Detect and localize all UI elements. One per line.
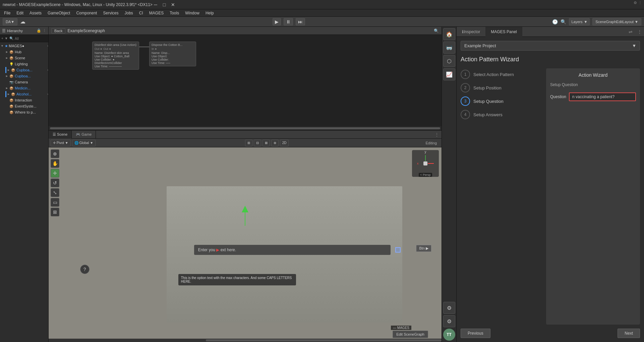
scene-grid-btn[interactable]: ⊟ xyxy=(254,140,261,146)
menu-ci[interactable]: CI xyxy=(136,10,146,16)
menu-assets[interactable]: Assets xyxy=(27,10,44,16)
viewport-scrollbar[interactable] xyxy=(49,339,442,342)
cloud-icon[interactable]: ☁ xyxy=(20,18,25,25)
eg-more-icon[interactable]: ⋮ xyxy=(638,1,642,5)
menu-mages[interactable]: MAGES xyxy=(147,10,166,16)
home-tool-btn[interactable]: 🏠 xyxy=(443,28,455,40)
persp-label[interactable]: < Persp xyxy=(419,173,432,177)
hierarchy-lock-icon[interactable]: 🔒 xyxy=(37,28,41,33)
question-input[interactable] xyxy=(569,92,636,101)
hierarchy-more-icon[interactable]: ⋮ xyxy=(43,28,46,33)
tree-item-lighting[interactable]: ► 💡 Lighting xyxy=(0,61,48,67)
tree-item-alcohol[interactable]: ► 📦 Alcohol... › xyxy=(0,91,48,97)
code-settings-btn[interactable]: ⚙ xyxy=(443,302,455,314)
transform-tool-btn[interactable]: ⊞ xyxy=(51,208,59,216)
rotate-tool-btn[interactable]: ↺ xyxy=(51,179,59,187)
step-button[interactable]: ⏭ xyxy=(296,18,305,25)
close-button[interactable]: ✕ xyxy=(170,2,176,8)
wizard-step-3[interactable]: 3 Setup Question xyxy=(461,96,541,106)
analytics-tool-btn[interactable]: 📈 xyxy=(443,68,455,80)
menu-gameobject[interactable]: GameObject xyxy=(45,10,73,16)
tree-item-cupboard2[interactable]: ► 📦 Cupboa... xyxy=(0,73,48,79)
right-tools-sidebar: 🏠 🥽 ⬡ 📈 ⚙ ⚙ TT xyxy=(442,27,456,342)
menu-file[interactable]: File xyxy=(1,10,13,16)
hand-tool-btn[interactable]: ✋ xyxy=(51,159,59,168)
tree-item-hub[interactable]: ► 📦 Hub xyxy=(0,49,48,55)
scale-tool-btn[interactable]: ⤡ xyxy=(51,188,59,197)
hub-icon: 📦 xyxy=(9,50,14,54)
whereto-icon: 📦 xyxy=(9,111,14,114)
wizard-step-1[interactable]: 1 Select Action Pattern xyxy=(461,70,541,79)
tab-scene[interactable]: ☰ Scene xyxy=(49,131,72,139)
da-dropdown[interactable]: DA ▼ xyxy=(3,18,17,25)
project-dropdown[interactable]: Example Project ▼ xyxy=(461,41,640,51)
layers-dropdown[interactable]: Layers ▼ xyxy=(569,18,590,25)
sg-connector xyxy=(139,47,149,47)
maximize-button[interactable]: □ xyxy=(161,2,167,8)
menu-edit[interactable]: Edit xyxy=(14,10,26,16)
tree-item-mages[interactable]: ▼ ★ MAGES● › xyxy=(0,43,48,49)
tree-item-scene[interactable]: ► 📦 Scene xyxy=(0,55,48,61)
scene-gizmo-btn[interactable]: ⊛ xyxy=(271,140,279,146)
menu-services[interactable]: Services xyxy=(100,10,121,16)
scene-tabs-bar: ☰ Scene 🎮 Game ⋮ xyxy=(49,131,442,139)
play-button[interactable]: ▶ xyxy=(273,18,281,25)
vr-tool-btn[interactable]: 🥽 xyxy=(443,42,455,54)
layout-dropdown[interactable]: SceneGraphEditLayout ▼ xyxy=(592,18,641,25)
sg-scrollbar[interactable] xyxy=(49,126,442,130)
avatar-btn[interactable]: TT xyxy=(443,329,455,341)
question-mark-button[interactable]: ? xyxy=(80,265,90,274)
medicine-icon: 📦 xyxy=(9,86,14,90)
minimize-button[interactable]: ─ xyxy=(153,2,159,8)
scene-snap-btn[interactable]: ⊠ xyxy=(262,140,270,146)
tab-game[interactable]: 🎮 Game xyxy=(72,131,96,139)
example-scenegraph: Back ExampleScenegraph 🔍 ⚙ ⋮ Disinfect s… xyxy=(49,27,442,131)
previous-button[interactable]: Previous xyxy=(461,329,490,338)
editing-label: Editing xyxy=(290,141,440,145)
menu-window[interactable]: Window xyxy=(182,10,202,16)
expand-icon[interactable]: ⇌ xyxy=(626,29,635,35)
tree-item-medicine[interactable]: ► 📦 Medicin... xyxy=(0,85,48,91)
cupboard2-icon: 📦 xyxy=(9,74,14,78)
settings-btn[interactable]: ⚙ xyxy=(443,315,455,327)
search-icon[interactable]: 🔍 xyxy=(561,19,566,24)
tree-item-eventsystem[interactable]: ► 📦 EventSyste... xyxy=(0,103,48,109)
inspector-tab[interactable]: ℹ Inspector xyxy=(457,27,485,37)
panel-more-icon[interactable]: ⋮ xyxy=(635,29,644,35)
scene-more-icon[interactable]: ⋮ xyxy=(432,132,442,137)
eventsystem-icon: 📦 xyxy=(9,105,14,108)
next-arrow-btn[interactable]: Btn ▶ xyxy=(416,245,431,252)
back-button[interactable]: Back xyxy=(51,28,65,33)
menu-help[interactable]: Help xyxy=(203,10,217,16)
network-tool-btn[interactable]: ⬡ xyxy=(443,55,455,67)
rect-tool-btn[interactable]: ▭ xyxy=(51,198,59,207)
pause-button[interactable]: ⏸ xyxy=(284,18,293,25)
move-tool-btn[interactable]: ✛ xyxy=(51,169,59,178)
select-tool-btn[interactable]: ⊕ xyxy=(51,149,59,158)
step-circle-4: 4 xyxy=(461,110,470,119)
menu-component[interactable]: Component xyxy=(73,10,100,16)
tree-item-cupboard1[interactable]: ► 📦 Cupboa... › xyxy=(0,67,48,73)
tree-item-camera[interactable]: ► 📷 Camera xyxy=(0,79,48,85)
history-icon[interactable]: 🕐 xyxy=(552,19,558,24)
eg-search-icon[interactable]: 🔍 xyxy=(434,28,439,33)
pivot-dropdown[interactable]: ✛ Pivot ▼ xyxy=(51,140,71,146)
menu-jobs[interactable]: Jobs xyxy=(122,10,135,16)
wizard-step-2[interactable]: 2 Setup Position xyxy=(461,83,541,92)
title-text: newnxt - MAGESExampleScene - Windows, Ma… xyxy=(3,2,153,7)
tree-item-interaction[interactable]: ► 📦 Interaction xyxy=(0,97,48,103)
scene-mode-btn[interactable]: ⊞ xyxy=(245,140,252,146)
2d-toggle[interactable]: 2D xyxy=(280,140,289,146)
scene-gizmo: y x < Persp xyxy=(412,150,439,177)
wizard-step-4[interactable]: 4 Setup Answers xyxy=(461,110,541,119)
scene-viewport[interactable]: ⊕ ✋ ✛ ↺ ⤡ ▭ ⊞ y x < xyxy=(49,147,442,342)
next-button[interactable]: Next xyxy=(618,329,640,338)
menu-tools[interactable]: Tools xyxy=(167,10,182,16)
toolbar: DA ▼ ☁ ▶ ⏸ ⏭ 🕐 🔍 Layers ▼ SceneGraphEdit… xyxy=(0,17,644,27)
mages-panel-tab[interactable]: MAGES Panel xyxy=(485,27,522,37)
edit-scenegraph-button[interactable]: Edit SceneGraph xyxy=(393,331,428,338)
center-panel: Back ExampleScenegraph 🔍 ⚙ ⋮ Disinfect s… xyxy=(49,27,442,342)
global-dropdown[interactable]: 🌐 Global ▼ xyxy=(72,140,96,146)
eg-settings-icon[interactable]: ⚙ xyxy=(634,1,637,5)
tree-item-whereto[interactable]: ► 📦 Where to p... xyxy=(0,109,48,115)
